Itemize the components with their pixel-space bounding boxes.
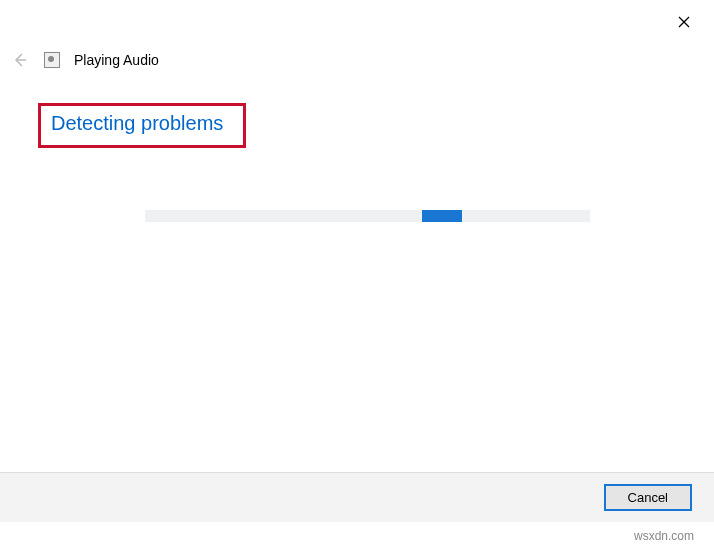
close-icon: [678, 16, 690, 28]
progress-bar: [145, 210, 590, 222]
header-row: Playing Audio: [10, 50, 159, 70]
heading-highlight: Detecting problems: [38, 103, 246, 148]
window-title: Playing Audio: [74, 52, 159, 68]
watermark-text: wsxdn.com: [634, 529, 694, 543]
troubleshooter-icon: [44, 52, 60, 68]
footer-bar: Cancel: [0, 472, 714, 522]
back-arrow-icon: [12, 52, 28, 68]
close-button[interactable]: [674, 12, 694, 32]
cancel-button[interactable]: Cancel: [604, 484, 692, 511]
back-button[interactable]: [10, 50, 30, 70]
progress-fill: [422, 210, 462, 222]
status-heading: Detecting problems: [51, 112, 223, 135]
